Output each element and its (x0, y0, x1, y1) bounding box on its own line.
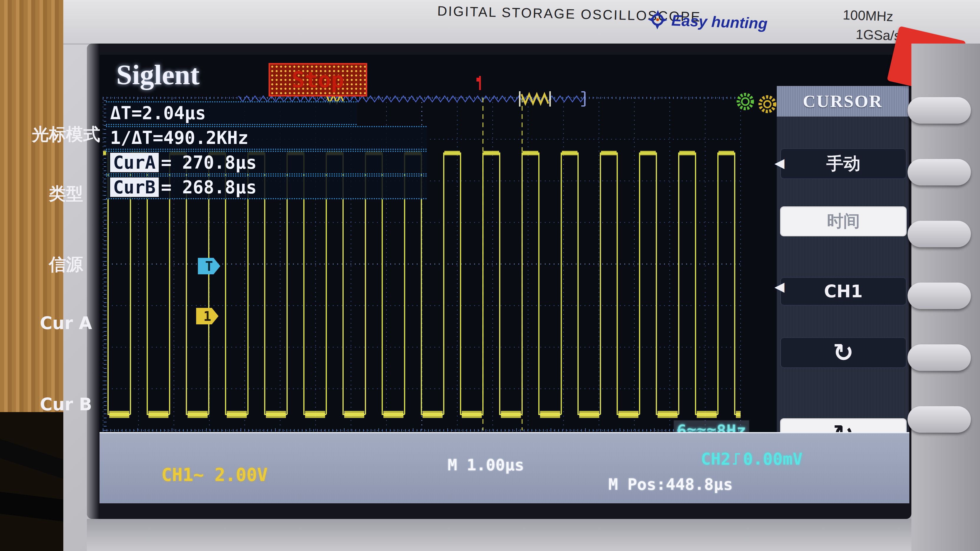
cursor-menu-panel: CURSOR (777, 86, 909, 456)
status-icon-yellow-gear (757, 94, 777, 114)
front-panel-bottom (87, 519, 912, 551)
softkey-f3[interactable] (908, 221, 971, 247)
menu-item-type-label: 类型 (0, 183, 132, 205)
trigger-level-value: 0.00mV (743, 449, 802, 468)
menu-item-mode-value[interactable]: 手动 (781, 149, 906, 178)
menu-item-source-label: 信源 (0, 253, 132, 276)
ch1-scale-readout: CH1~ 2.00V (161, 464, 268, 485)
menu-item-mode-label: 光标模式 (0, 123, 132, 146)
menu-title: CURSOR (803, 91, 883, 111)
cursor-b-value: = 268.8µs (161, 177, 257, 197)
trigger-position-readout: M Pos:448.8µs (608, 475, 733, 494)
softkey-f5[interactable] (908, 345, 971, 371)
measurement-cursor-b: CurB= 268.8µs (106, 175, 427, 199)
rising-edge-icon (732, 452, 741, 466)
acquisition-status: Stop (291, 67, 344, 92)
measurement-inverse-delta-t: 1/ΔT=490.2KHz (106, 126, 427, 150)
cursor-measurement-panel: ΔT=2.04µs 1/ΔT=490.2KHz CurA= 270.8µs Cu… (106, 101, 427, 200)
timebase-readout: M 1.00µs (448, 456, 524, 474)
oscilloscope-photo: DIGITAL STORAGE OSCILLOSCOPE Easy huntin… (0, 0, 980, 551)
softkey-f4[interactable] (908, 283, 971, 309)
measurement-cursor-a: CurA= 270.8µs (106, 151, 427, 175)
delta-t-value: ΔT=2.04µs (110, 103, 206, 123)
cursor-a-value: = 270.8µs (161, 152, 257, 173)
menu-title-bar: CURSOR (777, 86, 909, 117)
cursor-a-label: CurA (110, 153, 159, 172)
softkey-f1[interactable] (908, 97, 971, 124)
menu-item-cur-b-label: Cur B (0, 394, 132, 414)
trigger-source: CH2 (701, 449, 730, 468)
acquisition-status-badge: Stop (269, 63, 367, 97)
softkey-f6[interactable] (908, 406, 971, 433)
ch1-label: CH1~ (161, 464, 204, 485)
menu-selection-arrow: ◀ (775, 156, 784, 170)
siglent-logo: Siglent (116, 58, 200, 91)
cur-a-knob-icon[interactable]: ↻ (781, 338, 906, 367)
menu-item-type-value[interactable]: 时间 (781, 207, 906, 235)
status-icon-green-gear (736, 92, 755, 111)
menu-item-source-value[interactable]: CH1 (781, 278, 906, 305)
menu-selection-arrow: ◀ (775, 279, 784, 294)
trigger-source-readout: CH2 0.00mV (701, 449, 802, 468)
measurement-delta-t: ΔT=2.04µs (106, 101, 357, 125)
softkey-f2[interactable] (908, 159, 971, 186)
menu-item-cur-a-label: Cur A (0, 313, 132, 333)
ch1-volts-per-div: 2.00V (215, 464, 268, 485)
